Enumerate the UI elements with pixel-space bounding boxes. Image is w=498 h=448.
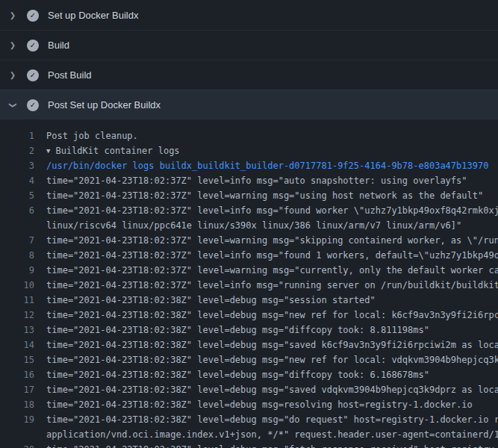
log-line: 10time="2021-04-23T18:02:37Z" level=info…: [0, 278, 498, 293]
log-text: application/vnd.oci.image.index.v1+json,…: [34, 427, 498, 442]
steps-list: ❯✓Set up Docker Buildx❯✓Build❯✓Post Buil…: [0, 0, 498, 119]
step-header-set-up-docker-buildx[interactable]: ❯✓Set up Docker Buildx: [0, 0, 498, 30]
log-line-number[interactable]: 20: [0, 442, 34, 448]
log-text[interactable]: ▼BuildKit container logs: [34, 143, 180, 158]
log-line-number: [0, 218, 34, 233]
caret-down-icon: ▼: [46, 143, 50, 158]
log-line-number[interactable]: 13: [0, 323, 34, 337]
log-line-number[interactable]: 5: [0, 188, 34, 203]
step-label: Post Build: [48, 69, 92, 81]
log-line-number[interactable]: 17: [0, 382, 34, 397]
log-line: 12time="2021-04-23T18:02:38Z" level=debu…: [0, 308, 498, 323]
log-text: time="2021-04-23T18:02:38Z" level=debug …: [34, 412, 498, 427]
log-text: time="2021-04-23T18:02:38Z" level=debug …: [34, 293, 376, 308]
log-line-number[interactable]: 8: [0, 248, 34, 263]
step-label: Build: [48, 40, 69, 52]
log-line-number[interactable]: 14: [0, 337, 34, 352]
log-line: 9time="2021-04-23T18:02:37Z" level=warni…: [0, 263, 498, 278]
chevron-right-icon: ❯: [9, 42, 16, 49]
step-label: Post Set up Docker Buildx: [48, 99, 161, 111]
log-line-number[interactable]: 1: [0, 128, 34, 143]
log-text: time="2021-04-23T18:02:38Z" level=debug …: [34, 397, 473, 412]
log-text: Post job cleanup.: [34, 128, 138, 143]
log-text: time="2021-04-23T18:02:38Z" level=debug …: [34, 323, 429, 337]
log-text: time="2021-04-23T18:02:38Z" level=debug …: [34, 442, 498, 448]
log-line-number[interactable]: 7: [0, 233, 34, 248]
log-line-number: [0, 427, 34, 442]
log-line-number[interactable]: 15: [0, 352, 34, 367]
step-header-post-build[interactable]: ❯✓Post Build: [0, 60, 498, 90]
log-text: time="2021-04-23T18:02:37Z" level=info m…: [34, 278, 498, 293]
step-header-build[interactable]: ❯✓Build: [0, 30, 498, 60]
log-text: linux/riscv64 linux/ppc641e linux/s390x …: [34, 218, 461, 233]
log-text: time="2021-04-23T18:02:37Z" level=info m…: [34, 173, 467, 188]
chevron-right-icon: ❯: [9, 12, 16, 19]
log-text: time="2021-04-23T18:02:38Z" level=debug …: [34, 367, 429, 382]
log-text: time="2021-04-23T18:02:37Z" level=warnin…: [34, 188, 483, 203]
step-header-post-set-up-docker-buildx[interactable]: ❯✓Post Set up Docker Buildx: [0, 90, 498, 119]
log-line: 20time="2021-04-23T18:02:38Z" level=debu…: [0, 442, 498, 448]
log-line: 6time="2021-04-23T18:02:37Z" level=info …: [0, 203, 498, 218]
log-text: time="2021-04-23T18:02:38Z" level=debug …: [34, 308, 498, 323]
log-text: time="2021-04-23T18:02:37Z" level=warnin…: [34, 263, 498, 278]
log-line-number[interactable]: 11: [0, 293, 34, 308]
log-line: 17time="2021-04-23T18:02:38Z" level=debu…: [0, 382, 498, 397]
chevron-down-icon: ❯: [9, 102, 16, 109]
log-line: 3/usr/bin/docker logs buildx_buildkit_bu…: [0, 158, 498, 173]
log-line: 15time="2021-04-23T18:02:38Z" level=debu…: [0, 352, 498, 367]
log-text: time="2021-04-23T18:02:37Z" level=warnin…: [34, 233, 498, 248]
log-text: time="2021-04-23T18:02:37Z" level=info m…: [34, 203, 498, 218]
check-circle-icon: ✓: [27, 40, 39, 52]
log-line: linux/riscv64 linux/ppc641e linux/s390x …: [0, 218, 498, 233]
log-line: 8time="2021-04-23T18:02:37Z" level=info …: [0, 248, 498, 263]
log-line-number[interactable]: 12: [0, 308, 34, 323]
log-line: 5time="2021-04-23T18:02:37Z" level=warni…: [0, 188, 498, 203]
chevron-right-icon: ❯: [9, 72, 16, 79]
log-line: 11time="2021-04-23T18:02:38Z" level=debu…: [0, 293, 498, 308]
check-circle-icon: ✓: [27, 10, 39, 22]
log-line-number[interactable]: 18: [0, 397, 34, 412]
log-line: 19time="2021-04-23T18:02:38Z" level=debu…: [0, 412, 498, 427]
log-line-number[interactable]: 6: [0, 203, 34, 218]
log-line: 14time="2021-04-23T18:02:38Z" level=debu…: [0, 337, 498, 352]
log-text: time="2021-04-23T18:02:37Z" level=info m…: [34, 248, 498, 263]
log-line-number[interactable]: 2: [0, 143, 34, 158]
log-line-number[interactable]: 9: [0, 263, 34, 278]
log-line-number[interactable]: 3: [0, 158, 34, 173]
log-line: application/vnd.oci.image.index.v1+json,…: [0, 427, 498, 442]
log-viewer[interactable]: 1Post job cleanup.2▼BuildKit container l…: [0, 119, 498, 448]
log-command-text: /usr/bin/docker logs buildx_buildkit_bui…: [34, 158, 488, 173]
log-line: 7time="2021-04-23T18:02:37Z" level=warni…: [0, 233, 498, 248]
log-line-number[interactable]: 4: [0, 173, 34, 188]
log-line: 2▼BuildKit container logs: [0, 143, 498, 158]
log-line-number[interactable]: 16: [0, 367, 34, 382]
log-line: 1Post job cleanup.: [0, 128, 498, 143]
log-line: 18time="2021-04-23T18:02:38Z" level=debu…: [0, 397, 498, 412]
log-line: 16time="2021-04-23T18:02:38Z" level=debu…: [0, 367, 498, 382]
log-text: time="2021-04-23T18:02:38Z" level=debug …: [34, 382, 498, 397]
log-text: time="2021-04-23T18:02:38Z" level=debug …: [34, 352, 498, 367]
check-circle-icon: ✓: [27, 69, 39, 81]
log-line: 13time="2021-04-23T18:02:38Z" level=debu…: [0, 323, 498, 337]
check-circle-icon: ✓: [27, 99, 39, 111]
step-label: Set up Docker Buildx: [48, 10, 138, 22]
log-line: 4time="2021-04-23T18:02:37Z" level=info …: [0, 173, 498, 188]
log-line-number[interactable]: 10: [0, 278, 34, 293]
log-text: time="2021-04-23T18:02:38Z" level=debug …: [34, 337, 498, 352]
log-line-number[interactable]: 19: [0, 412, 34, 427]
